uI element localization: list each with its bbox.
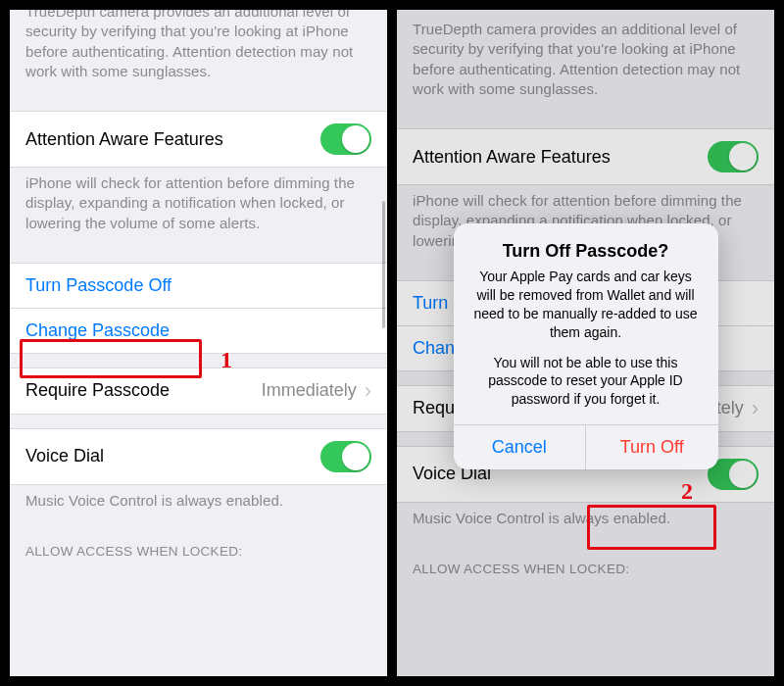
attention-aware-help-text: iPhone will check for attention before d… [10,168,387,249]
alert-message-2: You will not be able to use this passcod… [469,354,703,410]
voice-dial-help-text: Music Voice Control is always enabled. [10,485,387,526]
attention-aware-toggle[interactable] [320,123,371,155]
right-screenshot: TrueDepth camera provides an additional … [397,10,774,676]
alert-message-1: Your Apple Pay cards and car keys will b… [469,268,703,342]
voice-dial-row[interactable]: Voice Dial [10,429,387,484]
alert-title: Turn Off Passcode? [469,241,703,262]
turn-passcode-off-row[interactable]: Turn Passcode Off [10,264,387,308]
alert-turn-off-button[interactable]: Turn Off [585,425,718,469]
require-passcode-label: Require Passcode [25,380,170,401]
allow-access-section-header: ALLOW ACCESS WHEN LOCKED: [10,526,387,564]
truedepth-help-text: TrueDepth camera provides an additional … [10,10,387,97]
alert-cancel-button[interactable]: Cancel [454,425,586,469]
change-passcode-row[interactable]: Change Passcode [10,308,387,353]
voice-dial-toggle[interactable] [320,441,371,472]
voice-dial-label: Voice Dial [25,446,104,466]
require-passcode-value: Immediately [262,380,357,401]
scrollbar-indicator[interactable] [382,201,385,328]
turn-off-passcode-alert: Turn Off Passcode? Your Apple Pay cards … [454,223,718,469]
chevron-right-icon: › [365,380,371,402]
attention-aware-label: Attention Aware Features [25,129,223,150]
left-screenshot: TrueDepth camera provides an additional … [10,10,387,676]
attention-aware-row[interactable]: Attention Aware Features [10,112,387,167]
require-passcode-row[interactable]: Require Passcode Immediately › [10,368,387,414]
